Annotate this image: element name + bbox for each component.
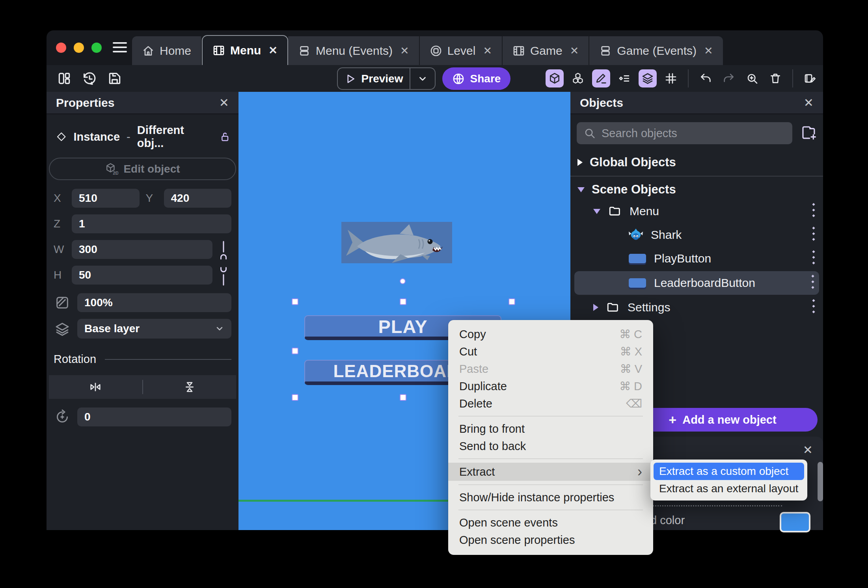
selection-handle-top-center[interactable] [400, 298, 406, 305]
search-input[interactable] [602, 127, 785, 140]
menu-item-delete[interactable]: Delete ⌫ [448, 395, 653, 412]
close-panel-icon[interactable]: ✕ [804, 96, 814, 110]
selection-handle-top-right[interactable] [509, 298, 515, 305]
zoom-window-button[interactable] [91, 43, 102, 53]
menu-item-open-scene-events[interactable]: Open scene events [448, 514, 653, 531]
layers-panel-toggle[interactable] [639, 69, 657, 87]
tab-game[interactable]: Game ✕ [503, 36, 589, 65]
rotation-title: Rotation [54, 353, 96, 366]
y-field[interactable] [164, 189, 232, 208]
lock-aspect-ratio-button[interactable] [216, 240, 231, 287]
film-icon [212, 44, 225, 57]
film-icon [512, 45, 525, 57]
rotate-handle[interactable] [400, 278, 406, 284]
selection-handle-bottom-left[interactable] [292, 394, 298, 401]
menu-item-open-scene-properties[interactable]: Open scene properties [448, 531, 653, 549]
hamburger-menu-icon[interactable] [113, 42, 127, 52]
close-tab-icon[interactable]: ✕ [704, 45, 713, 57]
menu-item-show-hide-instance-properties[interactable]: Show/Hide instance properties [448, 489, 653, 506]
close-tab-icon[interactable]: ✕ [268, 44, 278, 57]
flip-vertical-button[interactable] [143, 380, 237, 394]
add-folder-icon[interactable] [800, 124, 817, 142]
close-window-button[interactable] [56, 43, 66, 53]
object-groups-button[interactable] [569, 69, 587, 87]
tab-home[interactable]: Home [132, 36, 202, 65]
grid-toggle-button[interactable] [662, 69, 680, 87]
edit-object-button[interactable]: 2D Edit object [49, 158, 236, 180]
selection-handle-top-left[interactable] [292, 298, 298, 305]
layer-select[interactable]: Base layer [77, 319, 231, 339]
submenu-item-extract-custom-object[interactable]: Extract as a custom object [654, 463, 804, 480]
kebab-menu-icon[interactable] [811, 226, 816, 244]
tab-bar: Home Menu ✕ Menu (Events) ✕ Level ✕ [132, 35, 723, 65]
menu-item-label: Cut [459, 345, 477, 358]
preview-button[interactable]: Preview [338, 68, 410, 89]
flip-horizontal-button[interactable] [49, 380, 142, 394]
preview-label: Preview [361, 73, 403, 85]
divider [792, 69, 793, 87]
history-icon[interactable] [82, 71, 97, 86]
kebab-menu-icon[interactable] [811, 299, 816, 316]
preview-dropdown-button[interactable] [410, 68, 435, 89]
tree-object-leaderboardbutton-selected[interactable]: LeaderboardButton [574, 271, 819, 295]
share-button[interactable]: Share [442, 67, 510, 90]
pencil-icon [595, 72, 607, 85]
selection-handle-bottom-center[interactable] [400, 394, 406, 401]
tree-object-shark[interactable]: Shark [570, 224, 823, 246]
divider [688, 69, 689, 87]
tab-level[interactable]: Level ✕ [420, 36, 503, 65]
menu-item-label: Bring to front [459, 422, 525, 435]
objects-panel-toggle[interactable] [546, 69, 564, 87]
close-tab-icon[interactable]: ✕ [400, 45, 409, 57]
scene-objects-section[interactable]: Scene Objects [570, 180, 823, 199]
delete-button[interactable] [766, 69, 784, 87]
z-field[interactable] [72, 214, 231, 233]
global-objects-section[interactable]: Global Objects [570, 154, 823, 171]
menu-item-bring-to-front[interactable]: Bring to front [448, 420, 653, 437]
submenu-item-extract-external-layout[interactable]: Extract as an external layout [654, 480, 804, 497]
tab-menu-events[interactable]: Menu (Events) ✕ [288, 36, 420, 65]
kebab-menu-icon[interactable] [811, 250, 816, 268]
menu-item-extract[interactable]: Extract › [448, 463, 653, 481]
width-field[interactable] [72, 240, 212, 259]
unlock-icon[interactable] [219, 131, 231, 143]
kebab-menu-icon[interactable] [810, 274, 815, 292]
tab-game-events[interactable]: Game (Events) ✕ [589, 36, 723, 65]
instances-list-button[interactable] [615, 69, 633, 87]
close-panel-icon[interactable]: ✕ [219, 96, 229, 110]
z-label: Z [54, 218, 65, 230]
tree-folder-settings[interactable]: Settings [570, 296, 823, 318]
close-tab-icon[interactable]: ✕ [570, 45, 579, 57]
menu-item-copy[interactable]: Copy ⌘ C [448, 326, 653, 343]
close-tab-icon[interactable]: ✕ [483, 45, 492, 57]
tab-menu[interactable]: Menu ✕ [202, 35, 288, 65]
color-swatch[interactable] [780, 512, 810, 532]
minimize-window-button[interactable] [74, 43, 84, 53]
menu-item-cut[interactable]: Cut ⌘ X [448, 343, 653, 360]
edit-mode-button[interactable] [592, 69, 610, 87]
redo-button[interactable] [720, 69, 738, 87]
open-scene-events-button[interactable] [801, 69, 819, 87]
opacity-field[interactable] [77, 293, 231, 312]
selection-handle-middle-left[interactable] [292, 348, 298, 354]
menu-item-duplicate[interactable]: Duplicate ⌘ D [448, 378, 653, 395]
undo-button[interactable] [697, 69, 715, 87]
zoom-button[interactable] [743, 69, 761, 87]
tree-folder-menu[interactable]: Menu [570, 200, 823, 222]
instance-list-icon [618, 72, 631, 85]
kebab-menu-icon[interactable] [811, 203, 816, 220]
menu-item-send-to-back[interactable]: Send to back [448, 437, 653, 455]
tree-object-playbutton[interactable]: PlayButton [570, 247, 823, 270]
height-field[interactable] [72, 266, 212, 285]
panels-icon[interactable] [57, 71, 72, 86]
save-icon[interactable] [107, 71, 122, 86]
rotation-field[interactable] [77, 408, 231, 426]
add-new-object-button[interactable]: + Add a new object [628, 408, 818, 432]
cube-2d-icon: 2D [105, 162, 118, 176]
shark-sprite[interactable] [341, 222, 452, 263]
x-field[interactable] [72, 189, 140, 208]
scrollbar-thumb[interactable] [818, 462, 823, 501]
menu-item-paste: Paste ⌘ V [448, 360, 653, 378]
separator-dash: - [127, 130, 130, 143]
close-panel-icon[interactable]: ✕ [803, 443, 813, 457]
